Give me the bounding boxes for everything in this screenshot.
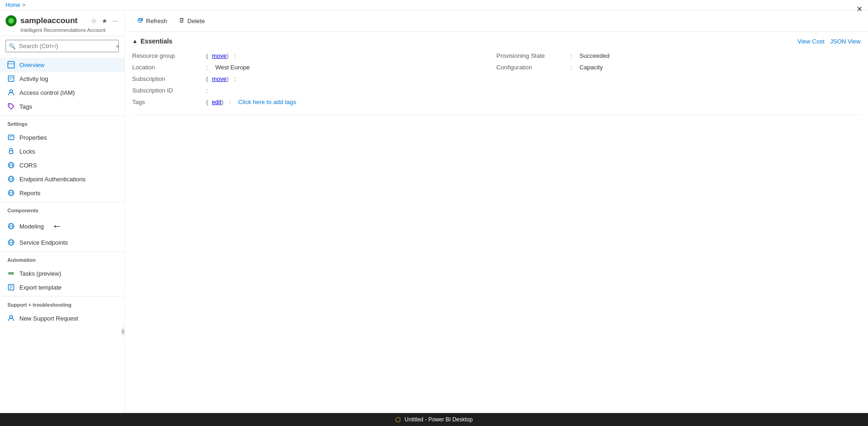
sidebar-item-activity-log[interactable]: Activity log xyxy=(0,72,124,86)
essentials-grid: Resource group ( move ) : Location : Wes… xyxy=(132,52,861,105)
sidebar-item-reports[interactable]: Reports xyxy=(0,186,124,200)
more-button[interactable]: ··· xyxy=(111,16,119,25)
tags-label: Tags xyxy=(132,99,206,105)
essentials-panel: ▲ Essentials View Cost JSON View Resourc… xyxy=(125,32,868,413)
sidebar-item-activity-log-label: Activity log xyxy=(19,75,48,82)
breadcrumb-home[interactable]: Home xyxy=(6,2,20,8)
json-view-link[interactable]: JSON View xyxy=(830,38,861,45)
sidebar-item-service-endpoints[interactable]: Service Endpoints xyxy=(0,235,124,249)
sidebar-item-tags[interactable]: Tags xyxy=(0,99,124,113)
sidebar-item-cors[interactable]: CORS xyxy=(0,158,124,172)
pin-button[interactable]: ☆ xyxy=(90,16,98,25)
search-input[interactable] xyxy=(6,40,119,52)
configuration-label: Configuration xyxy=(496,64,570,71)
overview-icon xyxy=(7,61,15,68)
svg-point-26 xyxy=(9,272,11,274)
star-button[interactable]: ★ xyxy=(101,16,109,25)
essentials-title-text: Essentials xyxy=(141,37,172,45)
subscription-row: Subscription ( move ) : xyxy=(132,75,496,82)
tags-row: Tags ( edit ) : Click here to add tags xyxy=(132,99,496,105)
sidebar: sampleaccount ☆ ★ ··· Intelligent Recomm… xyxy=(0,11,125,413)
support-section-label: Support + troubleshooting xyxy=(0,296,124,309)
sidebar-item-cors-label: CORS xyxy=(19,162,37,169)
automation-section-label: Automation xyxy=(0,251,124,265)
components-section-label: Components xyxy=(0,202,124,215)
export-template-icon xyxy=(7,284,15,291)
refresh-button[interactable]: Refresh xyxy=(132,14,172,28)
sidebar-item-modeling-label: Modeling xyxy=(19,223,44,230)
provisioning-state-value: Succeeded xyxy=(580,52,610,59)
sidebar-item-access-control[interactable]: Access control (IAM) xyxy=(0,86,124,99)
toolbar: Refresh Delete xyxy=(125,11,868,32)
essentials-title: ▲ Essentials xyxy=(132,37,172,45)
nav-section-components: Modeling ← Service Endpoints xyxy=(0,215,124,251)
subscription-id-label: Subscription ID xyxy=(132,87,206,94)
sidebar-item-modeling[interactable]: Modeling ← xyxy=(0,217,124,235)
taskbar-icon: ⬡ xyxy=(395,416,401,423)
collapse-sidebar-button[interactable]: « xyxy=(116,43,119,49)
delete-label: Delete xyxy=(188,18,205,25)
subscription-label: Subscription xyxy=(132,75,206,82)
account-name: sampleaccount xyxy=(20,16,78,25)
modeling-icon xyxy=(7,222,15,230)
taskbar-label: Untitled - Power BI Desktop xyxy=(404,416,472,423)
taskbar[interactable]: ⬡ Untitled - Power BI Desktop xyxy=(0,413,868,426)
reports-icon xyxy=(7,189,15,197)
breadcrumb-separator: > xyxy=(22,2,25,8)
properties-icon xyxy=(7,134,15,141)
access-control-icon xyxy=(7,89,15,96)
location-value: West Europe xyxy=(215,64,250,71)
sidebar-item-service-endpoints-label: Service Endpoints xyxy=(19,239,68,246)
nav-section-main: Overview Activity log Access control (IA… xyxy=(0,56,124,115)
essentials-header: ▲ Essentials View Cost JSON View xyxy=(132,37,861,45)
refresh-label: Refresh xyxy=(146,18,167,25)
subscription-id-row: Subscription ID : xyxy=(132,87,496,94)
resource-group-row: Resource group ( move ) : xyxy=(132,52,496,59)
content-area: Refresh Delete ▲ Essentials View Cost JS… xyxy=(125,11,868,413)
delete-button[interactable]: Delete xyxy=(174,14,210,28)
location-label: Location xyxy=(132,64,206,71)
sidebar-item-properties[interactable]: Properties xyxy=(0,130,124,144)
sidebar-item-new-support-label: New Support Request xyxy=(19,315,78,322)
search-icon: 🔍 xyxy=(9,43,16,49)
sidebar-item-overview[interactable]: Overview xyxy=(0,58,124,72)
sidebar-item-tags-label: Tags xyxy=(19,103,32,110)
resource-group-move-link[interactable]: move xyxy=(212,52,226,59)
essentials-divider xyxy=(132,115,861,115)
arrow-pointer-icon: ← xyxy=(52,220,62,232)
svg-rect-2 xyxy=(8,76,14,81)
cors-icon xyxy=(7,161,15,169)
sidebar-item-locks[interactable]: Locks xyxy=(0,144,124,158)
new-support-icon xyxy=(7,315,15,322)
sidebar-item-new-support[interactable]: New Support Request xyxy=(0,311,124,325)
close-button[interactable]: ✕ xyxy=(856,5,862,13)
resource-group-label: Resource group xyxy=(132,52,206,59)
svg-rect-10 xyxy=(9,151,13,154)
configuration-row: Configuration : Capacity xyxy=(496,64,861,71)
essentials-left-col: Resource group ( move ) : Location : Wes… xyxy=(132,52,496,105)
sidebar-item-overview-label: Overview xyxy=(19,62,44,68)
tags-add-link[interactable]: Click here to add tags xyxy=(238,99,296,105)
sidebar-item-tasks[interactable]: Tasks (preview) xyxy=(0,266,124,280)
essentials-chevron-icon: ▲ xyxy=(132,38,138,44)
tasks-icon xyxy=(7,270,15,277)
subscription-move-link[interactable]: move xyxy=(212,75,226,82)
view-cost-link[interactable]: View Cost xyxy=(797,38,824,45)
activity-log-icon xyxy=(7,75,15,82)
nav-section-settings: Properties Locks CORS Endpoint Authentic… xyxy=(0,129,124,202)
sidebar-item-export-template[interactable]: Export template xyxy=(0,280,124,294)
sidebar-item-locks-label: Locks xyxy=(19,148,35,155)
nav-section-automation: Tasks (preview) Export template xyxy=(0,265,124,296)
configuration-value: Capacity xyxy=(580,64,603,71)
sidebar-item-export-template-label: Export template xyxy=(19,284,61,291)
endpoint-auth-icon xyxy=(7,175,15,183)
svg-point-27 xyxy=(12,272,13,274)
settings-section-label: Settings xyxy=(0,115,124,129)
sidebar-item-endpoint-auth[interactable]: Endpoint Authentications xyxy=(0,172,124,186)
sidebar-item-tasks-label: Tasks (preview) xyxy=(19,270,61,277)
refresh-icon xyxy=(137,17,143,25)
sidebar-item-reports-label: Reports xyxy=(19,190,41,197)
provisioning-state-row: Provisioning State : Succeeded xyxy=(496,52,861,59)
tags-edit-link[interactable]: edit xyxy=(212,99,221,105)
delete-icon xyxy=(178,17,185,25)
